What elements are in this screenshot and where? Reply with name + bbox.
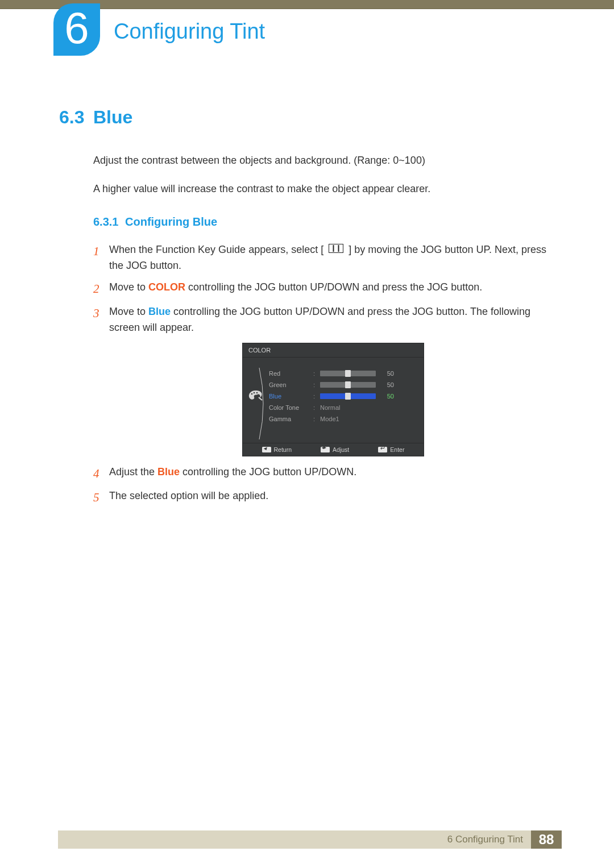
osd-value: 50 <box>379 381 394 388</box>
step-2: 2 Move to COLOR controlling the JOG butt… <box>93 280 557 298</box>
step-number: 3 <box>93 304 109 336</box>
chapter-number-badge: 6 <box>53 3 100 56</box>
intro-paragraph-1: Adjust the contrast between the objects … <box>93 153 557 168</box>
step-text: Move to COLOR controlling the JOG button… <box>109 280 557 298</box>
osd-label: Color Tone <box>269 404 310 411</box>
svg-rect-0 <box>329 244 343 253</box>
svg-point-4 <box>254 392 255 393</box>
step-number: 1 <box>93 242 109 274</box>
osd-footer: Return Adjust Enter <box>243 443 424 456</box>
subsection-number: 6.3.1 <box>93 215 125 229</box>
step-text: Move to Blue controlling the JOG button … <box>109 304 557 336</box>
osd-slider <box>320 382 376 388</box>
return-icon <box>262 447 271 452</box>
osd-value-active: 50 <box>379 393 394 400</box>
keyword-blue: Blue <box>157 466 180 477</box>
osd-label-active: Blue <box>269 393 310 400</box>
subsection-heading: 6.3.1 Configuring Blue <box>93 215 557 229</box>
keyword-blue: Blue <box>148 306 171 317</box>
osd-label: Red <box>269 370 310 377</box>
osd-value: Normal <box>320 404 340 411</box>
section-title: Blue <box>93 107 132 128</box>
step-number: 5 <box>93 488 109 507</box>
page-number: 88 <box>531 830 562 849</box>
osd-slider <box>320 371 376 376</box>
bracket-open: [ <box>321 244 323 255</box>
osd-row-gamma: Gamma : Mode1 <box>269 413 417 425</box>
osd-curve-decoration <box>258 367 268 441</box>
section-heading: 6.3 Blue <box>59 107 557 128</box>
page-content: 6.3 Blue Adjust the contrast between the… <box>59 107 557 513</box>
step-number: 4 <box>93 464 109 483</box>
footer-label: 6 Configuring Tint <box>58 830 531 849</box>
step-text: Adjust the Blue controlling the JOG butt… <box>109 464 557 483</box>
osd-return: Return <box>262 446 292 453</box>
osd-slider-active <box>320 393 376 399</box>
bracket-close: ] <box>349 244 351 255</box>
chapter-number: 6 <box>64 6 89 50</box>
svg-point-5 <box>256 392 258 393</box>
osd-value: Mode1 <box>320 416 339 422</box>
step-3: 3 Move to Blue controlling the JOG butto… <box>93 304 557 336</box>
menu-icon <box>329 242 343 258</box>
palette-icon <box>247 389 263 401</box>
osd-enter: Enter <box>378 446 404 453</box>
intro-paragraph-2: A higher value will increase the contras… <box>93 181 557 196</box>
osd-adjust: Adjust <box>321 446 349 453</box>
svg-point-3 <box>251 393 253 394</box>
adjust-icon <box>321 447 330 452</box>
enter-icon <box>378 447 387 452</box>
osd-row-color-tone: Color Tone : Normal <box>269 402 417 413</box>
step-5: 5 The selected option will be applied. <box>93 488 557 507</box>
osd-row-green: Green : 50 <box>269 379 417 391</box>
osd-screenshot: COLOR Red : <box>109 343 557 456</box>
step-text: When the Function Key Guide appears, sel… <box>109 242 557 274</box>
keyword-color: COLOR <box>148 281 185 293</box>
step-text: The selected option will be applied. <box>109 488 557 507</box>
section-number: 6.3 <box>59 107 93 128</box>
osd-row-blue: Blue : 50 <box>269 391 417 402</box>
osd-label: Gamma <box>269 416 310 422</box>
step-4: 4 Adjust the Blue controlling the JOG bu… <box>93 464 557 483</box>
chapter-title: Configuring Tint <box>114 19 265 44</box>
subsection-title: Configuring Blue <box>125 215 217 229</box>
osd-label: Green <box>269 381 310 388</box>
step-number: 2 <box>93 280 109 298</box>
page-footer: 6 Configuring Tint 88 <box>58 830 562 849</box>
osd-row-red: Red : 50 <box>269 368 417 379</box>
osd-title: COLOR <box>243 343 424 358</box>
osd-value: 50 <box>379 370 394 377</box>
step-1: 1 When the Function Key Guide appears, s… <box>93 242 557 274</box>
osd-panel: COLOR Red : <box>242 343 424 456</box>
osd-body: Red : 50 Green : 50 Blue : 50 <box>243 358 424 443</box>
